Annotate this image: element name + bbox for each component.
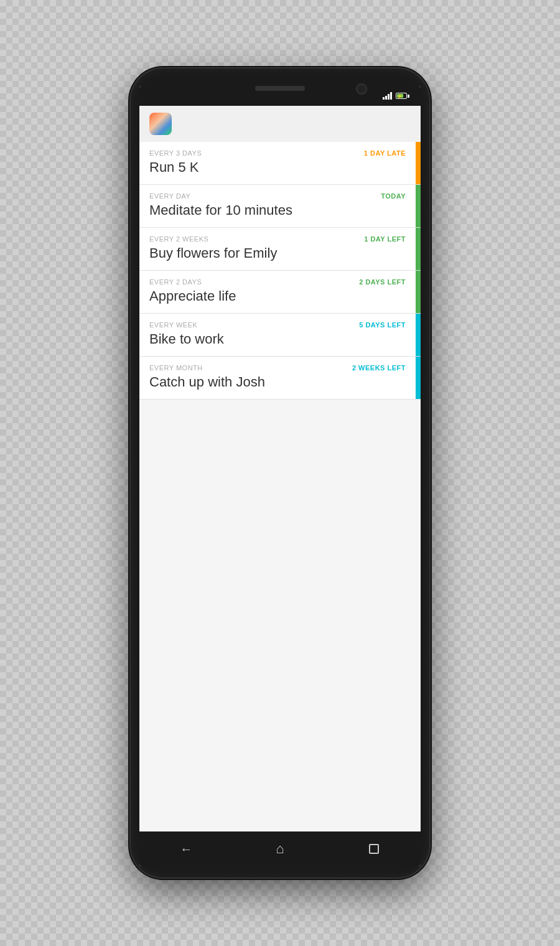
habit-indicator: [416, 271, 421, 313]
habit-frequency: EVERY 2 DAYS: [149, 278, 202, 286]
habit-item[interactable]: EVERY 2 DAYS 2 DAYS LEFT Appreciate life: [139, 271, 421, 314]
signal-icon: [383, 92, 392, 100]
app-logo: [149, 113, 172, 135]
habit-frequency: EVERY WEEK: [149, 321, 197, 329]
habit-frequency: EVERY 2 WEEKS: [149, 235, 208, 243]
status-bar: ⚡: [139, 86, 421, 106]
habit-name: Appreciate life: [149, 288, 406, 304]
app-bar: [139, 106, 421, 142]
habit-name: Meditate for 10 minutes: [149, 202, 406, 218]
home-button[interactable]: [261, 836, 299, 861]
habit-list: EVERY 3 DAYS 1 DAY LATE Run 5 K EVERY DA…: [139, 142, 421, 831]
habit-name: Bike to work: [149, 331, 406, 347]
habit-item[interactable]: EVERY 2 WEEKS 1 DAY LEFT Buy flowers for…: [139, 228, 421, 271]
habit-frequency: EVERY 3 DAYS: [149, 149, 202, 157]
habit-indicator: [416, 142, 421, 184]
habit-body: EVERY 3 DAYS 1 DAY LATE Run 5 K: [139, 142, 416, 184]
habit-name: Run 5 K: [149, 159, 406, 176]
habit-name: Catch up with Josh: [149, 374, 406, 390]
back-button[interactable]: [167, 836, 205, 861]
habit-body: EVERY WEEK 5 DAYS LEFT Bike to work: [139, 314, 416, 356]
habit-item[interactable]: EVERY 3 DAYS 1 DAY LATE Run 5 K: [139, 142, 421, 185]
habit-status: 1 DAY LATE: [364, 149, 406, 157]
habit-meta: EVERY 3 DAYS 1 DAY LATE: [149, 149, 406, 157]
habit-status: 1 DAY LEFT: [364, 235, 406, 243]
habit-name: Buy flowers for Emily: [149, 245, 406, 261]
nav-bar: [139, 831, 421, 866]
habit-item[interactable]: EVERY DAY TODAY Meditate for 10 minutes: [139, 185, 421, 228]
habit-indicator: [416, 228, 421, 270]
habit-meta: EVERY 2 DAYS 2 DAYS LEFT: [149, 278, 406, 286]
habit-status: 2 WEEKS LEFT: [352, 364, 406, 372]
habit-body: EVERY 2 DAYS 2 DAYS LEFT Appreciate life: [139, 271, 416, 313]
habit-body: EVERY DAY TODAY Meditate for 10 minutes: [139, 185, 416, 227]
phone-screen: ⚡ EVERY 3 DAYS 1 DAY LATE: [139, 86, 421, 866]
habit-frequency: EVERY MONTH: [149, 364, 203, 372]
battery-icon: ⚡: [396, 93, 409, 99]
habit-indicator: [416, 185, 421, 227]
habit-meta: EVERY DAY TODAY: [149, 192, 406, 200]
habit-status: 2 DAYS LEFT: [359, 278, 406, 286]
habit-body: EVERY 2 WEEKS 1 DAY LEFT Buy flowers for…: [139, 228, 416, 270]
habit-indicator: [416, 357, 421, 399]
phone-device: ⚡ EVERY 3 DAYS 1 DAY LATE: [131, 68, 429, 878]
habit-item[interactable]: EVERY MONTH 2 WEEKS LEFT Catch up with J…: [139, 357, 421, 400]
habit-meta: EVERY WEEK 5 DAYS LEFT: [149, 321, 406, 329]
habit-meta: EVERY 2 WEEKS 1 DAY LEFT: [149, 235, 406, 243]
habit-body: EVERY MONTH 2 WEEKS LEFT Catch up with J…: [139, 357, 416, 399]
recents-button[interactable]: [355, 836, 393, 861]
habit-indicator: [416, 314, 421, 356]
habit-item[interactable]: EVERY WEEK 5 DAYS LEFT Bike to work: [139, 314, 421, 357]
habit-status: TODAY: [381, 192, 406, 200]
habit-status: 5 DAYS LEFT: [359, 321, 406, 329]
habit-frequency: EVERY DAY: [149, 192, 190, 200]
habit-meta: EVERY MONTH 2 WEEKS LEFT: [149, 364, 406, 372]
